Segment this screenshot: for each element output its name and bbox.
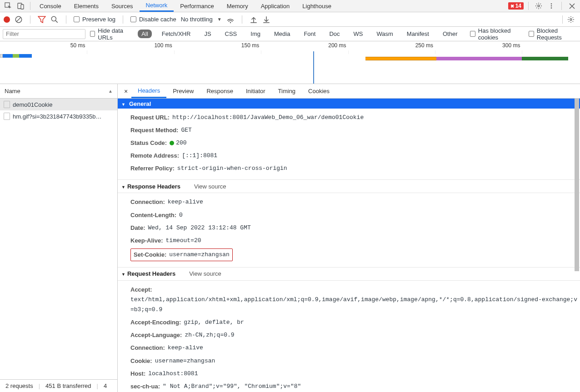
filter-type-css[interactable]: CSS [221,30,241,38]
filter-type-media[interactable]: Media [270,30,294,38]
detail-tab-response[interactable]: Response [200,84,240,98]
close-detail-button[interactable]: × [120,88,131,95]
header-key: Content-Length: [130,210,179,220]
header-row: Set-Cookie:username=zhangsan [130,247,580,263]
header-row: Host:localhost:8081 [130,367,580,380]
section-general-header[interactable]: General [118,99,580,109]
tab-sources[interactable]: Sources [105,0,140,12]
disable-cache-checkbox[interactable]: Disable cache [130,16,176,23]
detail-tab-preview[interactable]: Preview [166,84,200,98]
header-row: Connection:keep-alive [130,342,580,354]
filter-type-wasm[interactable]: Wasm [373,30,396,38]
error-badge[interactable]: 14 [508,2,524,10]
checkbox-box [529,31,534,37]
filter-input[interactable] [3,29,85,39]
request-name: hm.gif?si=3b231847743b9335b… [13,113,102,120]
request-list-header[interactable]: Name ▲ [0,84,117,99]
header-row: Connection:keep-alive [130,196,580,208]
hide-data-urls-checkbox[interactable]: Hide data URLs [90,27,133,41]
tab-elements[interactable]: Elements [68,0,105,12]
filter-type-js[interactable]: JS [200,30,215,38]
preserve-log-checkbox[interactable]: Preserve log [74,16,115,23]
kebab-icon[interactable] [546,0,557,11]
has-blocked-cookies-checkbox[interactable]: Has blocked cookies [470,27,524,41]
close-icon[interactable] [566,0,577,11]
header-key: Remote Address: [130,151,182,161]
filter-type-doc[interactable]: Doc [325,30,343,38]
separator [30,2,30,10]
export-har-icon[interactable] [262,15,270,24]
gear-icon[interactable] [533,0,544,11]
request-row[interactable]: hm.gif?si=3b231847743b9335b… [0,110,117,122]
checkbox-box [74,16,80,22]
ruler-tick: 300 ms [502,42,522,49]
svg-point-8 [51,16,56,21]
filter-type-img[interactable]: Img [247,30,264,38]
status-dot-icon [170,141,174,145]
filter-type-font[interactable]: Font [300,30,319,38]
detail-scrollbar[interactable] [575,99,579,392]
header-key: Connection: [130,343,168,353]
blocked-requests-label: Blocked Requests [537,27,577,41]
record-button[interactable] [4,16,10,23]
tab-lighthouse[interactable]: Lighthouse [296,0,338,12]
clear-icon[interactable] [15,15,23,24]
header-row: Date:Wed, 14 Sep 2022 13:12:48 GMT [130,222,580,234]
detail-tab-cookies[interactable]: Cookies [302,84,336,98]
tab-memory[interactable]: Memory [220,0,255,12]
filter-icon[interactable] [38,15,46,24]
transferred-size: 451 B transferred [45,382,91,389]
view-source-link[interactable]: View source [189,270,221,277]
tab-application[interactable]: Application [255,0,296,12]
tab-performance[interactable]: Performance [174,0,220,12]
header-row: Accept:text/html,application/xhtml+xml,a… [130,283,580,316]
svg-point-3 [538,5,540,7]
filter-type-other[interactable]: Other [439,30,461,38]
separator [66,15,66,24]
ruler-tick: 50 ms [70,42,87,49]
header-value: strict-origin-when-cross-origin [177,164,287,174]
throttling-select[interactable]: No throttling ▼ [181,16,222,23]
header-value: 0 [179,210,183,220]
ruler-tick: 100 ms [154,42,174,49]
waterfall-overview[interactable]: 50 ms100 ms150 ms200 ms250 ms300 ms [0,41,580,84]
toggle-device-icon[interactable] [15,0,27,12]
inspect-element-icon[interactable] [2,0,15,12]
highlighted-header: Set-Cookie:username=zhangsan [130,248,233,261]
document-icon [4,113,10,120]
view-source-link[interactable]: View source [194,183,226,190]
header-row: Status Code:200 [130,137,580,149]
separator [528,2,529,10]
header-row: sec-ch-ua:" Not A;Brand";v="99", "Chromi… [130,380,580,392]
detail-tabs: × HeadersPreviewResponseInitiatorTimingC… [118,84,580,99]
has-blocked-cookies-label: Has blocked cookies [478,27,525,41]
blocked-requests-checkbox[interactable]: Blocked Requests [529,27,577,41]
tab-console[interactable]: Console [33,0,68,12]
section-response-headers-header[interactable]: Response Headers View source [118,179,580,193]
detail-tab-headers[interactable]: Headers [131,84,166,98]
tab-network[interactable]: Network [140,0,174,12]
request-row[interactable]: demo01Cookie [0,99,117,110]
filter-type-ws[interactable]: WS [350,30,367,38]
search-icon[interactable] [50,15,59,24]
filter-type-manifest[interactable]: Manifest [403,30,433,38]
header-value: 200 [170,138,186,148]
import-har-icon[interactable] [250,15,258,24]
detail-tab-timing[interactable]: Timing [272,84,302,98]
header-key: Keep-Alive: [130,236,166,246]
filter-type-fetch-xhr[interactable]: Fetch/XHR [158,30,195,38]
filter-type-all[interactable]: All [138,30,151,38]
header-key: Status Code: [130,138,170,148]
section-request-headers-header[interactable]: Request Headers View source [118,267,580,281]
network-conditions-icon[interactable] [226,15,235,24]
checkbox-box [90,31,95,37]
detail-body[interactable]: General Request URL:http://localhost:808… [118,99,580,392]
header-value: username=zhangsan [155,356,215,366]
gear-icon[interactable] [565,14,576,25]
header-value: GET [181,125,191,135]
header-row: Remote Address:[::1]:8081 [130,149,580,162]
preserve-log-label: Preserve log [82,16,115,23]
status-bar: 2 requests | 451 B transferred | 4 [0,379,117,392]
detail-tab-initiator[interactable]: Initiator [240,84,272,98]
request-headers-list: Accept:text/html,application/xhtml+xml,a… [118,281,580,392]
